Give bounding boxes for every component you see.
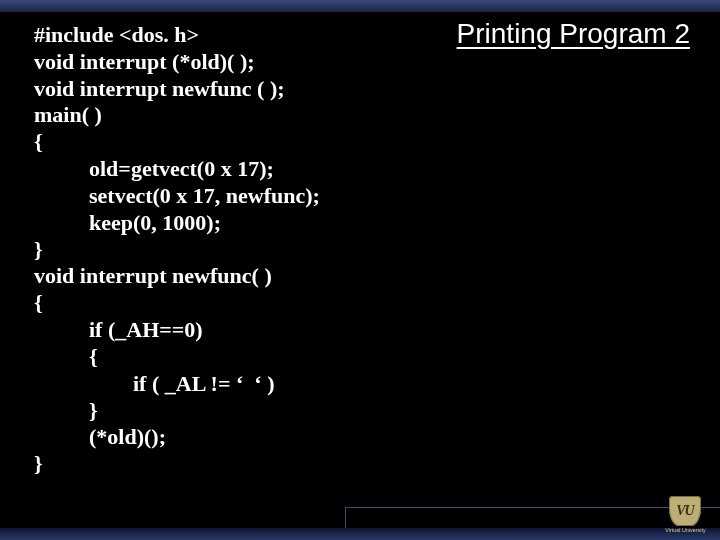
- code-line: main( ): [34, 102, 102, 127]
- code-line: void interrupt newfunc( ): [34, 263, 272, 288]
- top-accent-bar: [0, 0, 720, 12]
- code-line: {: [34, 344, 98, 369]
- code-line: (*old)();: [34, 424, 166, 449]
- logo-caption: Virtual University: [665, 527, 705, 533]
- code-line: #include <dos. h>: [34, 22, 199, 47]
- code-line: {: [34, 290, 43, 315]
- bottom-accent-bar: [0, 528, 720, 540]
- code-line: {: [34, 129, 43, 154]
- logo: VU Virtual University: [656, 492, 714, 536]
- code-line: }: [34, 398, 98, 423]
- code-line: old=getvect(0 x 17);: [34, 156, 274, 181]
- code-line: if ( _AL != ‘ ‘ ): [34, 371, 274, 396]
- slide-title: Printing Program 2: [457, 18, 690, 50]
- code-line: if (_AH==0): [34, 317, 203, 342]
- logo-shield-icon: VU: [669, 496, 701, 526]
- code-line: void interrupt (*old)( );: [34, 49, 255, 74]
- slide: Printing Program 2 #include <dos. h> voi…: [0, 0, 720, 540]
- code-block: #include <dos. h> void interrupt (*old)(…: [34, 22, 394, 478]
- logo-initials: VU: [676, 503, 693, 519]
- code-line: setvect(0 x 17, newfunc);: [34, 183, 320, 208]
- code-line: void interrupt newfunc ( );: [34, 76, 285, 101]
- code-line: keep(0, 1000);: [34, 210, 221, 235]
- code-line: }: [34, 451, 43, 476]
- code-line: }: [34, 237, 43, 262]
